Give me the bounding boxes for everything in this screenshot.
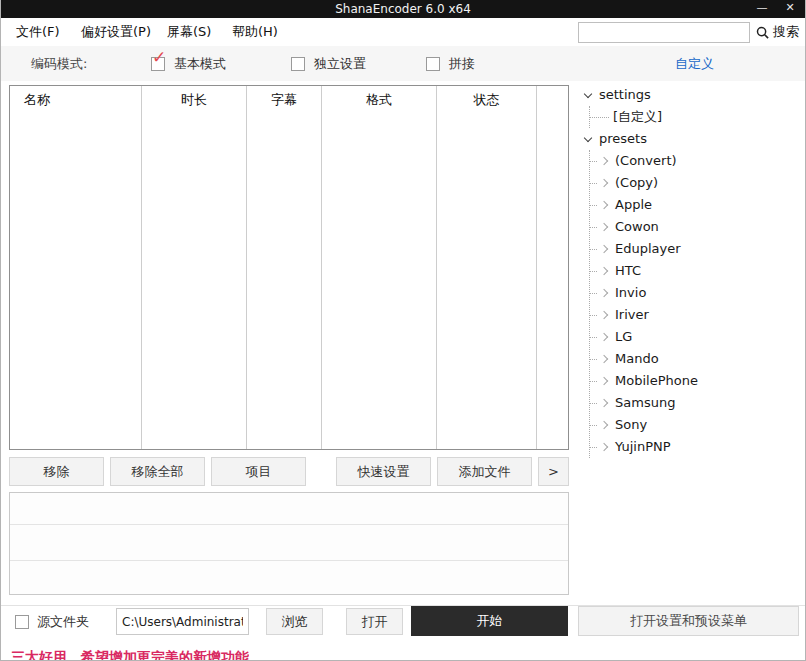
tree-item-presets[interactable]: presets	[579, 128, 801, 150]
quick-settings-button[interactable]: 快速设置	[336, 457, 431, 486]
search-area: 搜索	[578, 21, 799, 43]
checkbox-basic-mode[interactable]: ✓ 基本模式	[151, 55, 226, 73]
tree-item-cowon[interactable]: Cowon	[590, 216, 801, 238]
checkbox-concat[interactable]: ✓ 拼接	[426, 55, 475, 73]
tree-item-convert[interactable]: (Convert)	[590, 150, 801, 172]
search-button-label: 搜索	[773, 23, 799, 41]
tree-item-settings[interactable]: settings	[579, 84, 801, 106]
checkbox-box[interactable]: ✓	[426, 57, 440, 71]
chevron-down-icon[interactable]	[584, 134, 592, 142]
open-button[interactable]: 打开	[346, 608, 403, 635]
column-format[interactable]: 格式	[322, 86, 437, 449]
checkbox-independent-settings-label: 独立设置	[314, 55, 366, 73]
column-status[interactable]: 状态	[437, 86, 537, 449]
column-name[interactable]: 名称	[10, 86, 142, 449]
settings-children: [自定义]	[589, 106, 801, 128]
chevron-right-icon[interactable]	[600, 289, 608, 297]
column-subtitle[interactable]: 字幕	[247, 86, 322, 449]
tree-node-presets-group: presets (Convert) (Copy) Apple Cowon	[579, 128, 801, 458]
tree-item-iriver[interactable]: Iriver	[590, 304, 801, 326]
chevron-right-icon[interactable]	[600, 399, 608, 407]
source-folder-checkbox[interactable]	[15, 615, 29, 629]
info-panel	[9, 492, 569, 595]
presets-tree: settings [自定义] presets (Convert)	[579, 84, 801, 596]
tree-node-settings-group: settings [自定义]	[579, 84, 801, 128]
tree-item-htc[interactable]: HTC	[590, 260, 801, 282]
chevron-right-icon[interactable]	[600, 179, 608, 187]
menu-help[interactable]: 帮助(H)	[228, 18, 282, 46]
window-title: ShanaEncoder 6.0 x64	[1, 0, 805, 18]
tree-item-sony[interactable]: Sony	[590, 414, 801, 436]
info-panel-divider	[10, 524, 568, 525]
chevron-down-icon[interactable]	[584, 90, 592, 98]
menu-preferences[interactable]: 偏好设置(P)	[77, 18, 155, 46]
tree-item-invio[interactable]: Invio	[590, 282, 801, 304]
source-folder-label: 源文件夹	[37, 611, 89, 633]
chevron-right-icon[interactable]	[600, 267, 608, 275]
checkbox-independent-settings[interactable]: ✓ 独立设置	[291, 55, 366, 73]
chevron-right-icon[interactable]	[600, 421, 608, 429]
project-button[interactable]: 项目	[211, 457, 306, 486]
checkbox-basic-mode-label: 基本模式	[174, 55, 226, 73]
info-panel-divider	[10, 560, 568, 561]
add-files-button[interactable]: 添加文件	[437, 457, 532, 486]
open-settings-preset-menu-button[interactable]: 打开设置和预设菜单	[578, 606, 799, 636]
start-button[interactable]: 开始	[411, 606, 568, 636]
encode-mode-label: 编码模式:	[31, 55, 87, 73]
column-spacer	[537, 86, 568, 449]
chevron-right-icon[interactable]	[600, 245, 608, 253]
chevron-right-icon[interactable]	[600, 443, 608, 451]
remove-button[interactable]: 移除	[9, 457, 104, 486]
titlebar: ShanaEncoder 6.0 x64 — ✕	[1, 0, 805, 18]
tree-item-apple[interactable]: Apple	[590, 194, 801, 216]
customize-link[interactable]: 自定义	[675, 55, 714, 73]
checkbox-box[interactable]: ✓	[291, 57, 305, 71]
chevron-right-icon[interactable]	[600, 157, 608, 165]
column-duration[interactable]: 时长	[142, 86, 247, 449]
tree-item-copy[interactable]: (Copy)	[590, 172, 801, 194]
search-button[interactable]: 搜索	[756, 21, 799, 43]
tree-item-custom[interactable]: [自定义]	[590, 106, 801, 128]
shanaencoder-window: ShanaEncoder 6.0 x64 — ✕ 文件(F) 偏好设置(P) 屏…	[0, 0, 806, 661]
tree-item-mando[interactable]: Mando	[590, 348, 801, 370]
remove-all-button[interactable]: 移除全部	[110, 457, 205, 486]
chevron-right-icon[interactable]	[600, 311, 608, 319]
tree-item-mobilephone[interactable]: MobilePhone	[590, 370, 801, 392]
tree-item-samsung[interactable]: Samsung	[590, 392, 801, 414]
minimize-icon[interactable]: —	[751, 0, 773, 18]
menubar: 文件(F) 偏好设置(P) 屏幕(S) 帮助(H) 搜索	[1, 18, 805, 46]
file-list-table[interactable]: 名称 时长 字幕 格式 状态	[9, 85, 569, 450]
menu-file[interactable]: 文件(F)	[12, 18, 64, 46]
search-input[interactable]	[578, 22, 750, 43]
more-button[interactable]: >	[538, 457, 569, 486]
search-icon	[756, 26, 769, 39]
close-icon[interactable]: ✕	[779, 0, 801, 18]
checkbox-box[interactable]: ✓	[151, 57, 165, 71]
chevron-right-icon[interactable]	[600, 377, 608, 385]
tree-item-yujinpnp[interactable]: YujinPNP	[590, 436, 801, 458]
chevron-right-icon[interactable]	[600, 201, 608, 209]
chevron-right-icon[interactable]	[600, 333, 608, 341]
tree-item-eduplayer[interactable]: Eduplayer	[590, 238, 801, 260]
checkbox-concat-label: 拼接	[449, 55, 475, 73]
red-check-icon: ✓	[152, 49, 166, 66]
browse-button[interactable]: 浏览	[266, 608, 323, 635]
presets-children: (Convert) (Copy) Apple Cowon Eduplayer	[589, 150, 801, 458]
chevron-right-icon[interactable]	[600, 223, 608, 231]
encode-mode-toolbar: 编码模式: ✓ 基本模式 ✓ 独立设置 ✓ 拼接 自定义	[1, 46, 805, 81]
tree-item-lg[interactable]: LG	[590, 326, 801, 348]
menu-screen[interactable]: 屏幕(S)	[163, 18, 215, 46]
output-path-input[interactable]	[116, 608, 249, 635]
chevron-right-icon[interactable]	[600, 355, 608, 363]
marquee-notice[interactable]: 三太好用，希望增加更完美的新增功能	[11, 648, 249, 661]
